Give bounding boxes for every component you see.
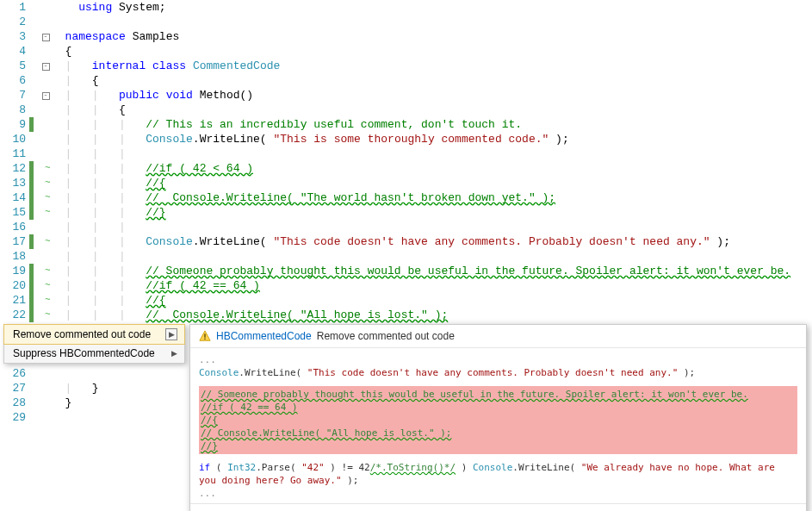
menu-item-label: Suppress HBCommentedCode bbox=[13, 347, 155, 359]
menu-item-remove-commented-code[interactable]: Remove commented out code ▶ bbox=[4, 325, 184, 344]
code-line[interactable]: 5 - | internal class CommentedCode bbox=[0, 59, 812, 73]
diagnostic-id[interactable]: HBCommentedCode bbox=[216, 330, 312, 342]
svg-rect-3 bbox=[204, 339, 205, 340]
code-preview: ... Console.WriteLine( "This code doesn'… bbox=[190, 348, 806, 503]
menu-item-label: Remove commented out code bbox=[13, 328, 151, 340]
svg-rect-2 bbox=[204, 333, 205, 337]
change-marker bbox=[29, 117, 34, 132]
fix-preview-panel: HBCommentedCode Remove commented out cod… bbox=[189, 324, 807, 511]
diagnostic-message: Remove commented out code bbox=[317, 330, 455, 342]
fold-toggle-icon[interactable]: - bbox=[42, 34, 50, 41]
chevron-right-icon[interactable]: ▶ bbox=[165, 328, 177, 340]
commented-out-code[interactable]: //if ( 42 < 64 ) bbox=[146, 162, 253, 175]
warning-icon bbox=[199, 330, 211, 342]
quick-actions-menu: Remove commented out code ▶ Suppress HBC… bbox=[3, 324, 185, 364]
line-number: 1 bbox=[0, 0, 29, 15]
fold-toggle-icon[interactable]: - bbox=[42, 92, 50, 100]
removed-code-block: // Someone probably thought this would b… bbox=[199, 386, 797, 454]
code-comment: // This is an incredibly useful comment,… bbox=[146, 118, 522, 131]
code-line[interactable]: 1 using System; bbox=[0, 0, 812, 15]
fold-toggle-icon[interactable]: - bbox=[42, 63, 50, 71]
chevron-right-icon: ▶ bbox=[171, 349, 177, 358]
menu-item-suppress-diagnostic[interactable]: Suppress HBCommentedCode ▶ bbox=[4, 344, 184, 363]
code-line[interactable]: 3 - namespace Samples bbox=[0, 29, 812, 44]
